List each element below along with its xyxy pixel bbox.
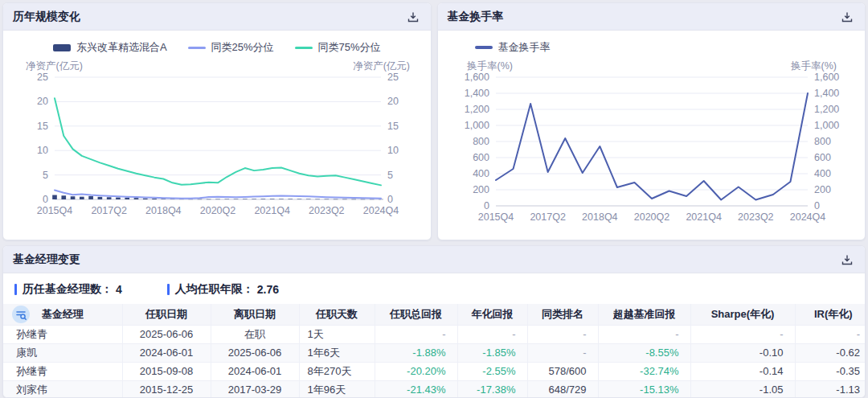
svg-text:2018Q4: 2018Q4 xyxy=(145,205,182,216)
table-cell: -0.35 xyxy=(795,362,866,380)
svg-text:换手率(%): 换手率(%) xyxy=(467,60,513,72)
table-cell: 1天 xyxy=(299,325,375,343)
svg-text:2015Q4: 2015Q4 xyxy=(477,211,514,223)
svg-text:10: 10 xyxy=(387,145,399,156)
col-excess-return: 超越基准回报 xyxy=(598,304,690,325)
table-cell: -0.14 xyxy=(690,362,795,380)
table-cell: -1.13 xyxy=(795,380,866,398)
svg-text:200: 200 xyxy=(473,184,489,195)
panel-turnover-header: 基金换手率 xyxy=(438,3,866,31)
table-cell: 孙继青 xyxy=(3,325,122,343)
col-peer-rank: 同类排名 xyxy=(527,304,598,325)
table-cell: 孙继青 xyxy=(3,362,122,380)
table-cell: -1.85% xyxy=(457,343,527,362)
stat-value: 4 xyxy=(116,283,122,296)
svg-text:2023Q2: 2023Q2 xyxy=(309,205,345,216)
download-icon xyxy=(841,254,853,265)
table-cell: 2024-06-01 xyxy=(211,362,299,380)
svg-text:1,600: 1,600 xyxy=(464,72,489,83)
svg-text:25: 25 xyxy=(37,72,48,83)
table-cell: 2017-03-29 xyxy=(211,380,299,398)
svg-text:20: 20 xyxy=(387,96,399,107)
svg-text:2024Q4: 2024Q4 xyxy=(363,205,399,216)
table-cell: - xyxy=(527,325,598,343)
turnover-legend: 基金换手率 xyxy=(438,37,866,58)
svg-text:1,400: 1,400 xyxy=(814,88,839,99)
table-cell: -2.55% xyxy=(457,362,527,380)
table-cell: -1.05 xyxy=(690,380,795,398)
svg-text:0: 0 xyxy=(484,200,489,211)
svg-text:20: 20 xyxy=(37,96,48,107)
svg-text:1,200: 1,200 xyxy=(464,104,489,115)
stat-avg-tenure: 人均任职年限： 2.76 xyxy=(167,282,279,297)
table-cell: 2025-06-06 xyxy=(211,343,299,362)
stat-accent-bar xyxy=(167,284,170,295)
top-row: 历年规模变化 东兴改革精选混合A 同类25%分位 xyxy=(2,2,866,240)
panel-manager-changes: 基金经理变更 历任基金经理数： 4 人均任职年限： 2.76 xyxy=(2,245,866,398)
table-cell: 8年270天 xyxy=(299,362,375,380)
legend-item-p25[interactable]: 同类25%分位 xyxy=(188,40,274,55)
table-row: 孙继青2015-09-082024-06-018年270天-20.20%-2.5… xyxy=(3,362,866,380)
svg-text:15: 15 xyxy=(37,121,48,132)
table-cell: 1年96天 xyxy=(299,380,375,398)
panel-scale-history: 历年规模变化 东兴改革精选混合A 同类25%分位 xyxy=(2,2,432,240)
stat-label: 人均任职年限： xyxy=(175,282,254,297)
panel-turnover: 基金换手率 基金换手率 002002004004006006008008001,… xyxy=(437,2,866,240)
svg-text:2017Q2: 2017Q2 xyxy=(91,205,127,216)
panel-scale-header: 历年规模变化 xyxy=(3,3,431,31)
table-cell: - xyxy=(375,325,457,343)
svg-text:400: 400 xyxy=(814,168,831,179)
svg-text:0: 0 xyxy=(43,194,48,205)
svg-text:1,200: 1,200 xyxy=(814,104,839,115)
stat-value: 2.76 xyxy=(257,283,279,296)
svg-text:2020Q2: 2020Q2 xyxy=(200,205,236,216)
table-row: 孙继青2025-06-06在职1天------ xyxy=(3,325,866,343)
stat-label: 历任基金经理数： xyxy=(23,282,113,297)
download-button[interactable] xyxy=(839,10,855,24)
svg-text:净资产(亿元): 净资产(亿元) xyxy=(26,60,83,72)
legend-item-fund[interactable]: 东兴改革精选混合A xyxy=(53,40,167,55)
table-cell: -20.20% xyxy=(375,362,457,380)
download-icon xyxy=(407,11,419,23)
svg-text:1,600: 1,600 xyxy=(814,72,839,83)
table-cell: -1.88% xyxy=(375,343,457,362)
svg-text:净资产(亿元): 净资产(亿元) xyxy=(353,60,410,72)
line-swatch-icon xyxy=(475,46,493,49)
panel-turnover-title: 基金换手率 xyxy=(448,10,504,24)
managers-table: 基金经理 任职日期 离职日期 任职天数 任职总回报 年化回报 同类排名 超越基准… xyxy=(3,304,866,398)
svg-text:2021Q4: 2021Q4 xyxy=(254,205,290,216)
line-swatch-icon xyxy=(295,47,313,49)
table-cell: -21.43% xyxy=(375,380,457,398)
svg-text:15: 15 xyxy=(387,121,399,132)
legend-item-p75[interactable]: 同类75%分位 xyxy=(295,40,381,55)
manager-list-search-icon xyxy=(11,305,31,325)
svg-text:600: 600 xyxy=(473,152,489,163)
download-button[interactable] xyxy=(839,252,855,267)
svg-text:2020Q2: 2020Q2 xyxy=(633,211,669,223)
svg-text:600: 600 xyxy=(814,152,831,163)
download-button[interactable] xyxy=(405,10,421,24)
legend-item-turnover[interactable]: 基金换手率 xyxy=(475,40,551,55)
svg-text:400: 400 xyxy=(473,168,489,179)
manager-stats: 历任基金经理数： 4 人均任职年限： 2.76 xyxy=(3,273,865,304)
legend-label: 基金换手率 xyxy=(498,40,551,55)
svg-text:200: 200 xyxy=(814,184,831,195)
svg-text:2024Q4: 2024Q4 xyxy=(789,211,825,223)
svg-text:0: 0 xyxy=(387,194,393,205)
svg-text:换手率(%): 换手率(%) xyxy=(791,60,837,72)
table-cell: -32.74% xyxy=(598,362,690,380)
legend-label: 同类75%分位 xyxy=(318,40,381,55)
table-cell: - xyxy=(795,325,866,343)
col-total-return: 任职总回报 xyxy=(375,304,457,325)
bar-swatch-icon xyxy=(53,44,71,51)
table-cell: - xyxy=(527,343,598,362)
table-cell: 648/729 xyxy=(527,380,598,398)
scale-chart-area: 00551010151520202525净资产(亿元)净资产(亿元)2015Q4… xyxy=(3,58,431,233)
table-cell: 1年6天 xyxy=(299,343,375,362)
table-cell: 在职 xyxy=(211,325,299,343)
line-swatch-icon xyxy=(188,47,206,49)
col-end-date: 离职日期 xyxy=(211,304,299,325)
svg-text:2017Q2: 2017Q2 xyxy=(530,211,566,223)
col-annualized-return: 年化回报 xyxy=(457,304,527,325)
table-row: 刘家伟2015-12-252017-03-291年96天-21.43%-17.3… xyxy=(3,380,866,398)
